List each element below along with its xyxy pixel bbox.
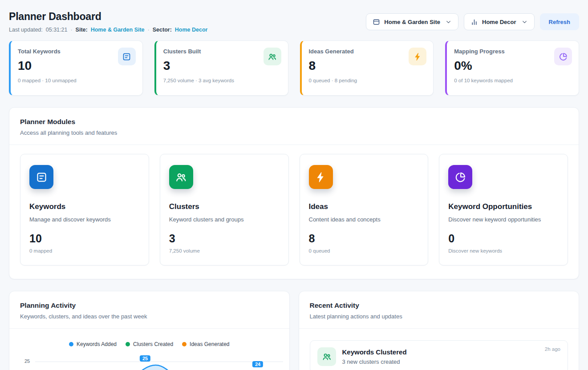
chart-legend: Keywords Added Clusters Created Ideas Ge… [9,341,289,347]
planning-activity-card: Planning Activity Keywords, clusters, an… [9,291,290,370]
stat-cards-row: Total Keywords 10 0 mapped · 10 unmapped… [9,40,579,96]
section-title: Planning Activity [20,302,279,310]
module-sub: Discover new keywords [448,248,559,253]
module-title: Keywords [29,202,140,211]
module-card-keywords[interactable]: Keywords Manage and discover keywords 10… [20,154,149,265]
stat-card-mapping-progress: Mapping Progress 0% 0 of 10 keywords map… [445,40,579,96]
legend-item-ideas-generated: Ideas Generated [182,341,229,347]
module-sub: 0 queued [309,248,419,253]
stat-sub: 0 of 10 keywords mapped [454,78,572,83]
activity-title: Keywords Clustered [342,348,407,356]
planning-activity-header: Planning Activity Keywords, clusters, an… [9,291,289,329]
page-title: Planner Dashboard [9,11,207,23]
last-updated-label: Last updated: [9,27,43,33]
activity-list-item: Keywords Clustered 3 new clusters create… [310,340,568,370]
page-meta: Last updated: 05:31:21 · Site: Home & Ga… [9,27,207,33]
activity-timestamp: 2h ago [545,346,560,352]
section-subtitle: Keywords, clusters, and ideas over the p… [20,313,279,320]
stat-card-total-keywords: Total Keywords 10 0 mapped · 10 unmapped [9,40,143,96]
module-value: 3 [169,232,280,245]
legend-label: Keywords Added [77,341,117,347]
pie-chart-icon [448,165,472,189]
stat-card-ideas-generated: Ideas Generated 8 0 queued · 8 pending [300,40,434,96]
legend-dot-icon [126,342,130,346]
module-title: Ideas [309,202,419,211]
y-axis-tick: 25 [24,358,30,364]
planner-modules-header: Planner Modules Access all planning tool… [9,108,579,145]
topbar-left: Planner Dashboard Last updated: 05:31:21… [9,11,207,33]
users-icon [317,347,336,366]
module-description: Keyword clusters and groups [169,216,280,223]
module-card-clusters[interactable]: Clusters Keyword clusters and groups 3 7… [160,154,289,265]
module-description: Manage and discover keywords [29,216,140,223]
planning-activity-chart: 25 25 24 [9,354,289,370]
document-lines-icon [118,48,136,65]
legend-dot-icon [182,342,187,346]
site-dropdown[interactable]: Home & Garden Site [366,13,458,30]
planner-modules-panel: Planner Modules Access all planning tool… [9,107,579,279]
site-link[interactable]: Home & Garden Site [91,27,145,33]
lightning-bolt-icon [409,48,426,65]
stat-sub: 7,250 volume · 3 avg keywords [163,78,281,83]
bottom-row: Planning Activity Keywords, clusters, an… [9,291,579,370]
section-subtitle: Latest planning actions and updates [310,313,568,320]
topbar: Planner Dashboard Last updated: 05:31:21… [9,11,579,33]
stat-value: 3 [163,59,281,73]
legend-item-keywords-added: Keywords Added [69,341,117,347]
sector-link[interactable]: Home Decor [175,27,208,33]
section-title: Recent Activity [310,302,568,310]
recent-activity-card: Recent Activity Latest planning actions … [299,291,580,370]
module-value: 0 [448,232,559,245]
module-sub: 0 mapped [29,248,140,253]
stat-sub: 0 queued · 8 pending [309,78,426,83]
module-title: Keyword Opportunities [448,202,559,211]
stat-label: Clusters Built [163,48,281,55]
module-card-ideas[interactable]: Ideas Content ideas and concepts 8 0 que… [300,154,429,265]
lightning-bolt-icon [309,165,333,189]
sector-dropdown-label: Home Decor [482,19,516,25]
legend-dot-icon [69,342,73,346]
users-icon [264,48,281,65]
sector-dropdown[interactable]: Home Decor [464,13,535,30]
recent-activity-header: Recent Activity Latest planning actions … [299,291,579,329]
module-sub: 7,250 volume [169,248,280,253]
stat-sub: 0 mapped · 10 unmapped [18,78,135,83]
modules-grid: Keywords Manage and discover keywords 10… [9,145,579,279]
meta-separator: · [70,27,72,33]
document-lines-icon [29,165,53,189]
last-updated-value: 05:31:21 [46,27,68,33]
data-point-label: 24 [252,361,263,367]
bar-chart-icon [470,18,478,26]
module-card-keyword-opportunities[interactable]: Keyword Opportunities Discover new keywo… [439,154,568,265]
legend-label: Ideas Generated [190,341,229,347]
pie-chart-icon [554,48,572,65]
topbar-controls: Home & Garden Site Home Decor Refresh [366,13,579,30]
legend-item-clusters-created: Clusters Created [126,341,173,347]
chevron-down-icon [445,19,452,25]
activity-description: 3 new clusters created [342,358,407,365]
module-title: Clusters [169,202,280,211]
chevron-down-icon [521,19,528,25]
site-dropdown-label: Home & Garden Site [384,19,440,25]
users-icon [169,165,193,189]
stat-card-clusters-built: Clusters Built 3 7,250 volume · 3 avg ke… [154,40,288,96]
area-chart [35,360,285,370]
data-point-label: 25 [140,355,150,362]
activity-item-content: Keywords Clustered 3 new clusters create… [342,347,407,365]
section-title: Planner Modules [20,118,568,126]
planner-dashboard-page: Planner Dashboard Last updated: 05:31:21… [0,0,588,370]
legend-label: Clusters Created [133,341,173,347]
meta-separator: · [148,27,150,33]
refresh-button[interactable]: Refresh [540,13,579,30]
window-icon [373,18,380,26]
module-value: 10 [29,232,140,245]
module-description: Discover new keyword opportunities [448,216,559,223]
module-description: Content ideas and concepts [309,216,419,223]
sector-label: Sector: [153,27,172,33]
site-label: Site: [76,27,88,33]
module-value: 8 [309,232,419,245]
section-subtitle: Access all planning tools and features [20,129,568,136]
